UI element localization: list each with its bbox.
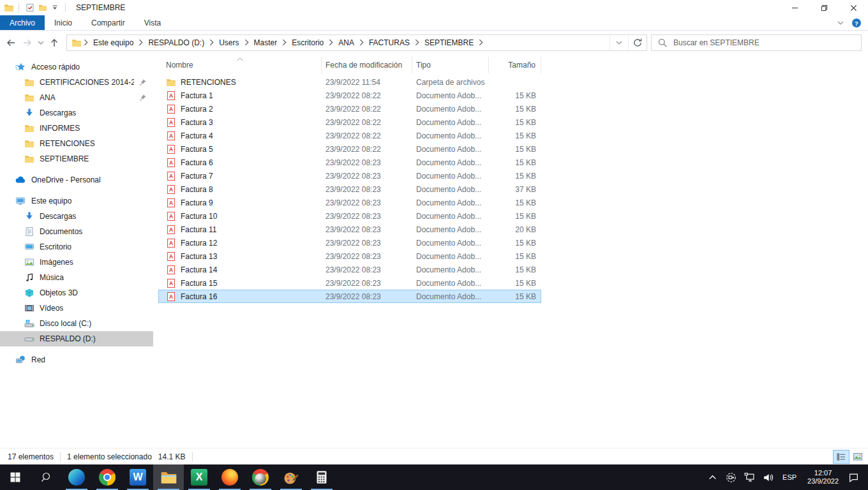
sidebar-item-videos[interactable]: Vídeos (0, 301, 153, 316)
sidebar-item-documentos[interactable]: Documentos (0, 224, 153, 239)
search-input[interactable] (673, 38, 855, 47)
pdf-file-icon: A (166, 184, 176, 195)
minimize-button[interactable] (780, 0, 809, 15)
breadcrumb-chevron-icon (244, 39, 249, 46)
sidebar-item-objetos-3d[interactable]: Objetos 3D (0, 285, 153, 301)
sidebar-item-escritorio[interactable]: Escritorio (0, 239, 153, 255)
breadcrumb-item-master[interactable]: Master (251, 38, 281, 47)
sidebar-item-musica[interactable]: Música (0, 270, 153, 285)
breadcrumb-item-respaldo-d[interactable]: RESPALDO (D:) (145, 38, 207, 47)
file-row-factura-12[interactable]: AFactura 1223/9/2022 08:23Documento Adob… (158, 236, 541, 249)
forward-button[interactable] (19, 34, 36, 51)
breadcrumb-item-septiembre[interactable]: SEPTIEMBRE (421, 38, 477, 47)
sidebar-item-descargas[interactable]: Descargas (0, 105, 153, 121)
ribbon-tab-vista[interactable]: Vista (135, 15, 170, 30)
back-button[interactable] (3, 34, 19, 51)
file-row-retenciones[interactable]: RETENCIONES23/9/2022 11:54Carpeta de arc… (158, 75, 541, 89)
taskbar-edge-button[interactable] (61, 464, 92, 490)
column-header-nombre[interactable]: Nombre (158, 57, 322, 73)
close-button[interactable] (839, 0, 868, 15)
file-size: 15 KB (489, 236, 541, 249)
taskbar-chrome-app-button[interactable] (245, 464, 276, 490)
taskbar-calculator-button[interactable] (306, 464, 337, 490)
sidebar-item-septiembre[interactable]: SEPTIEMBRE (0, 151, 153, 167)
file-row-factura-15[interactable]: AFactura 1523/9/2022 08:23Documento Adob… (158, 276, 541, 290)
refresh-button[interactable] (628, 35, 647, 50)
meet-now-icon[interactable] (726, 472, 737, 483)
taskbar-firefox-button[interactable] (214, 464, 245, 490)
thumbnails-view-button[interactable] (849, 450, 866, 464)
file-row-factura-14[interactable]: AFactura 1423/9/2022 08:23Documento Adob… (158, 263, 541, 276)
file-row-factura-7[interactable]: AFactura 723/9/2022 08:23Documento Adob.… (158, 169, 541, 182)
file-row-factura-16[interactable]: AFactura 1623/9/2022 08:23Documento Adob… (158, 290, 541, 303)
restore-button[interactable] (809, 0, 839, 15)
volume-icon[interactable] (763, 472, 774, 483)
taskbar-explorer-button[interactable] (153, 464, 184, 490)
sidebar-item-respaldo-d[interactable]: RESPALDO (D:) (0, 331, 153, 346)
file-row-factura-2[interactable]: AFactura 223/9/2022 08:22Documento Adob.… (158, 102, 541, 115)
breadcrumb-chevron-icon (84, 39, 88, 46)
file-row-factura-5[interactable]: AFactura 523/9/2022 08:22Documento Adob.… (158, 142, 541, 156)
file-row-factura-3[interactable]: AFactura 323/9/2022 08:22Documento Adob.… (158, 115, 541, 129)
ribbon: ArchivoInicioCompartirVista ? (0, 15, 868, 31)
sidebar-section-acceso-rapido[interactable]: Acceso rápido (0, 59, 153, 75)
file-modified: 23/9/2022 08:23 (322, 236, 412, 249)
taskbar-start-button[interactable] (0, 464, 31, 490)
column-header-fecha[interactable]: Fecha de modificación (322, 57, 412, 73)
taskbar-clock[interactable]: 12:07 23/9/2022 (802, 469, 844, 486)
sidebar-section-este-equipo[interactable]: Este equipo (0, 193, 153, 209)
sidebar-item-certificaciones-2014-2019[interactable]: CERTIFICACIONES 2014-2019 (0, 75, 153, 90)
tray-expand-icon[interactable] (707, 472, 718, 483)
breadcrumb-item-este-equipo[interactable]: Este equipo (90, 38, 137, 47)
file-row-factura-13[interactable]: AFactura 1323/9/2022 08:23Documento Adob… (158, 249, 541, 263)
recent-locations-button[interactable] (36, 34, 46, 51)
sidebar-item-descargas[interactable]: Descargas (0, 209, 153, 224)
column-header-tipo[interactable]: Tipo (412, 57, 489, 73)
taskbar-chrome-button[interactable] (92, 464, 123, 490)
column-header-tamano[interactable]: Tamaño (489, 57, 541, 73)
breadcrumb-item-users[interactable]: Users (216, 38, 242, 47)
breadcrumb-item-escritorio[interactable]: Escritorio (288, 38, 327, 47)
taskbar-excel-button[interactable] (184, 464, 214, 490)
file-row-factura-6[interactable]: AFactura 623/9/2022 08:23Documento Adob.… (158, 156, 541, 169)
expand-ribbon-icon[interactable] (837, 20, 844, 26)
sidebar-item-ana[interactable]: ANA (0, 90, 153, 105)
search-icon (657, 38, 668, 48)
address-dropdown-button[interactable] (610, 35, 628, 50)
file-row-factura-11[interactable]: AFactura 1123/9/2022 08:23Documento Adob… (158, 223, 541, 236)
file-row-factura-9[interactable]: AFactura 923/9/2022 08:23Documento Adob.… (158, 196, 541, 209)
details-view-button[interactable] (833, 450, 849, 464)
taskbar-word-button[interactable] (123, 464, 153, 490)
language-indicator[interactable]: ESP (777, 473, 802, 481)
breadcrumb-item-facturas[interactable]: FACTURAS (366, 38, 413, 47)
file-row-factura-8[interactable]: AFactura 823/9/2022 08:23Documento Adob.… (158, 182, 541, 196)
sidebar-item-imagenes[interactable]: Imágenes (0, 255, 153, 270)
breadcrumb-item-ana[interactable]: ANA (335, 38, 357, 47)
address-bar[interactable]: Este equipoRESPALDO (D:)UsersMasterEscri… (66, 34, 647, 51)
downloads-icon (24, 211, 34, 221)
properties-qat-icon[interactable] (26, 3, 34, 12)
sidebar-item-retenciones[interactable]: RETENCIONES (0, 136, 153, 151)
sidebar-section-onedrive-personal[interactable]: OneDrive - Personal (0, 172, 153, 188)
taskbar-paint-button[interactable] (276, 464, 306, 490)
chevron-down-icon (616, 40, 622, 45)
ribbon-tab-archivo[interactable]: Archivo (0, 15, 45, 30)
file-row-factura-1[interactable]: AFactura 123/9/2022 08:22Documento Adob.… (158, 89, 541, 102)
sidebar-item-disco-local-c[interactable]: Disco local (C:) (0, 316, 153, 331)
ribbon-tab-compartir[interactable]: Compartir (82, 15, 135, 30)
ribbon-tab-inicio[interactable]: Inicio (45, 15, 82, 30)
file-size: 15 KB (489, 142, 541, 156)
action-center-icon[interactable] (848, 472, 859, 483)
sidebar-item-informes[interactable]: INFORMES (0, 121, 153, 136)
taskbar-search-button[interactable] (31, 464, 61, 490)
network-tray-icon[interactable] (744, 472, 755, 483)
file-name-cell: AFactura 5 (158, 142, 322, 156)
up-button[interactable] (46, 34, 63, 51)
new-folder-qat-icon[interactable] (38, 3, 47, 12)
help-icon[interactable]: ? (851, 18, 862, 28)
file-type: Documento Adob... (412, 263, 489, 276)
sidebar-section-red[interactable]: Red (0, 352, 153, 368)
file-row-factura-10[interactable]: AFactura 1023/9/2022 08:23Documento Adob… (158, 209, 541, 223)
file-row-factura-4[interactable]: AFactura 423/9/2022 08:22Documento Adob.… (158, 129, 541, 142)
customize-quick-access-icon[interactable] (51, 4, 59, 11)
